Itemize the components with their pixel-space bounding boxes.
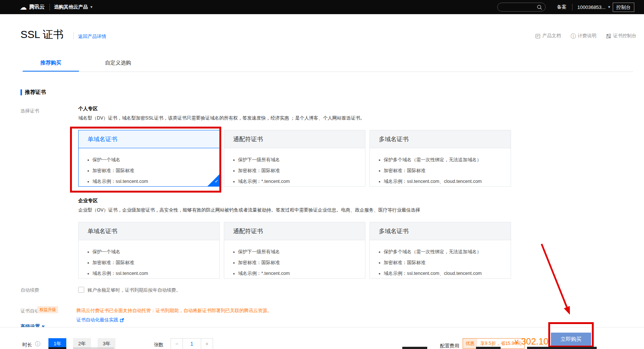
clipped-bottom-element [476, 347, 501, 349]
buy-now-button[interactable]: 立即购买 [551, 333, 591, 346]
card-personal-wildcard[interactable]: 通配符证书 保护下一级所有域名 加密标准：国际标准 域名示例：*.tencent… [224, 130, 365, 187]
clipped-bottom-element [48, 347, 66, 349]
personal-zone-desc: 域名型（DV）证书，域名型加密SSL证书，该类证书只需要验证域名的所有权，签发速… [78, 115, 365, 121]
card-body: 保护多个域名（需一次性绑定，无法追加域名） 加密标准：国际标准 域名示例：ssl… [370, 148, 511, 187]
bullet-text: 保护一个域名 [92, 249, 120, 255]
tencent-cloud-logo-icon: ☁ [20, 4, 27, 11]
cert-console-link[interactable]: 证书控制台 [606, 33, 637, 39]
enterprise-zone-title: 企业专区 [78, 197, 98, 204]
section-title: 推荐证书 [25, 89, 46, 96]
bullet-text: 加密标准：国际标准 [92, 260, 134, 266]
selected-check-icon: ✓ [207, 174, 219, 186]
bullet-dot [379, 170, 380, 172]
search-box[interactable] [497, 3, 546, 12]
bullet-text: 加密标准：国际标准 [238, 168, 280, 174]
account-id: 100036853... [577, 4, 606, 10]
bullet-text: 域名示例：ssl.tencent.com、cloud.tencent.com [384, 270, 482, 277]
console-label: 控制台 [616, 4, 631, 11]
bullet-dot [379, 159, 380, 161]
autorenew-checkbox[interactable] [78, 287, 84, 293]
search-icon[interactable] [537, 4, 542, 10]
back-to-product-link[interactable]: 返回产品详情 [78, 34, 106, 40]
bullet-dot [88, 251, 89, 253]
top-nav: ☁ 腾讯云 选购其他云产品 ▼ 备案 100036853... ▼ 控制台 [0, 0, 644, 14]
quantity-value[interactable]: 1 [183, 338, 201, 349]
bullet-text: 加密标准：国际标准 [238, 260, 280, 266]
tencent-cloud-logo[interactable]: ☁ 腾讯云 [20, 0, 45, 14]
brand-name: 腾讯云 [29, 4, 45, 10]
price-amount: 302.10 [521, 336, 548, 347]
card-personal-multi-domain[interactable]: 多域名证书 保护多个域名（需一次性绑定，无法追加域名） 加密标准：国际标准 域名… [369, 130, 511, 187]
console-button[interactable]: 控制台 [613, 3, 634, 12]
info-icon[interactable]: ⓘ [35, 341, 40, 348]
card-personal-single-domain[interactable]: 单域名证书 保护一个域名 加密标准：国际标准 域名示例：ssl.tencent.… [78, 130, 220, 187]
bullet-text: 域名示例：*.tencent.com [238, 178, 290, 185]
price: ¥ 302.10 [515, 336, 548, 347]
bullet-dot [233, 251, 235, 253]
bullet-dot [379, 251, 380, 253]
card-enterprise-wildcard[interactable]: 通配符证书 保护下一级所有域名 加密标准：国际标准 域名示例：*.tencent… [224, 222, 365, 279]
nav-beian-link[interactable]: 备案 [557, 0, 567, 14]
bullet-text: 加密标准：国际标准 [384, 260, 426, 266]
bullet-text: 域名示例：ssl.tencent.com、cloud.tencent.com [384, 178, 482, 185]
bullet-dot [233, 262, 235, 264]
card-title: 单域名证书 [79, 222, 219, 240]
card-bullet: 域名示例：*.tencent.com [233, 176, 365, 187]
quantity-minus-button[interactable]: − [171, 338, 183, 349]
duration-label: 时长 [22, 342, 32, 348]
tab-recommended-buy[interactable]: 推荐购买 [23, 60, 79, 66]
card-bullet: 保护下一级所有域名 [233, 155, 365, 165]
title-divider [73, 32, 74, 39]
automation-link-label: 证书自动化最佳实践 [76, 317, 118, 323]
bullet-dot [88, 262, 89, 264]
info-icon: ⓘ [571, 34, 576, 39]
autorenew-text: 账户余额足够时，证书到期后按年自动续费。 [88, 287, 181, 294]
tab-custom-select[interactable]: 自定义选购 [105, 60, 131, 66]
search-input[interactable] [501, 4, 537, 10]
product-doc-link[interactable]: 产品文档 [535, 33, 561, 39]
bullet-text: 域名示例：ssl.tencent.com [92, 178, 148, 185]
bullet-text: 域名示例：ssl.tencent.com [92, 270, 148, 277]
card-bullet: 加密标准：国际标准 [88, 165, 219, 176]
card-bullet: 保护多个域名（需一次性绑定，无法追加域名） [379, 247, 511, 257]
automation-best-practice-link[interactable]: 证书自动化最佳实践 [76, 317, 124, 323]
account-dropdown[interactable]: 100036853... ▼ [577, 0, 611, 14]
nav-divider [572, 4, 572, 10]
bullet-text: 域名示例：*.tencent.com [238, 270, 290, 277]
bullet-text: 保护下一级所有域名 [238, 157, 280, 163]
bullet-dot [88, 181, 89, 183]
bullet-text: 保护多个域名（需一次性绑定，无法追加域名） [384, 249, 482, 255]
cert-console-label: 证书控制台 [613, 33, 637, 39]
card-body: 保护下一级所有域名 加密标准：国际标准 域名示例：*.tencent.com [224, 148, 365, 187]
bullet-dot [379, 262, 380, 264]
bullet-text: 加密标准：国际标准 [384, 168, 426, 174]
nav-menu-label: 选购其他云产品 [54, 4, 88, 10]
annotation-arrow [533, 235, 581, 320]
card-enterprise-single-domain[interactable]: 单域名证书 保护一个域名 加密标准：国际标准 域名示例：ssl.tencent.… [78, 222, 220, 279]
personal-zone-title: 个人专区 [78, 105, 98, 112]
bullet-dot [88, 273, 89, 275]
bullet-dot [88, 170, 89, 172]
card-bullet: 加密标准：国际标准 [379, 257, 511, 268]
card-bullet: 保护下一级所有域名 [233, 247, 365, 257]
card-bullet: 域名示例：ssl.tencent.com [88, 268, 219, 279]
card-body: 保护下一级所有域名 加密标准：国际标准 域名示例：*.tencent.com [224, 240, 365, 279]
quantity-plus-button[interactable]: + [201, 338, 213, 349]
card-bullet: 加密标准：国际标准 [88, 257, 219, 268]
automation-notice-text: 腾讯云付费证书已全面支持自动托管：证书到期前，自动将新证书部署到已关联的腾讯云资… [76, 308, 272, 314]
card-body: 保护一个域名 加密标准：国际标准 域名示例：ssl.tencent.com [79, 148, 219, 187]
currency-symbol: ¥ [515, 339, 518, 346]
card-bullet: 域名示例：ssl.tencent.com [88, 176, 219, 187]
bullet-dot [233, 159, 235, 161]
billing-info-link[interactable]: ⓘ 计费说明 [571, 33, 596, 39]
card-enterprise-multi-domain[interactable]: 多域名证书 保护多个域名（需一次性绑定，无法追加域名） 加密标准：国际标准 域名… [369, 222, 511, 279]
nav-menu-other-products[interactable]: 选购其他云产品 ▼ [54, 0, 93, 14]
clipped-bottom-element [527, 347, 597, 349]
card-bullet: 保护一个域名 [88, 247, 219, 257]
nav-divider [50, 4, 50, 10]
card-bullet: 加密标准：国际标准 [233, 257, 365, 268]
card-title: 多域名证书 [370, 222, 511, 240]
quantity-label: 张数 [154, 342, 164, 348]
clipped-bottom-element [73, 348, 114, 349]
clipped-bottom-element [402, 347, 427, 349]
